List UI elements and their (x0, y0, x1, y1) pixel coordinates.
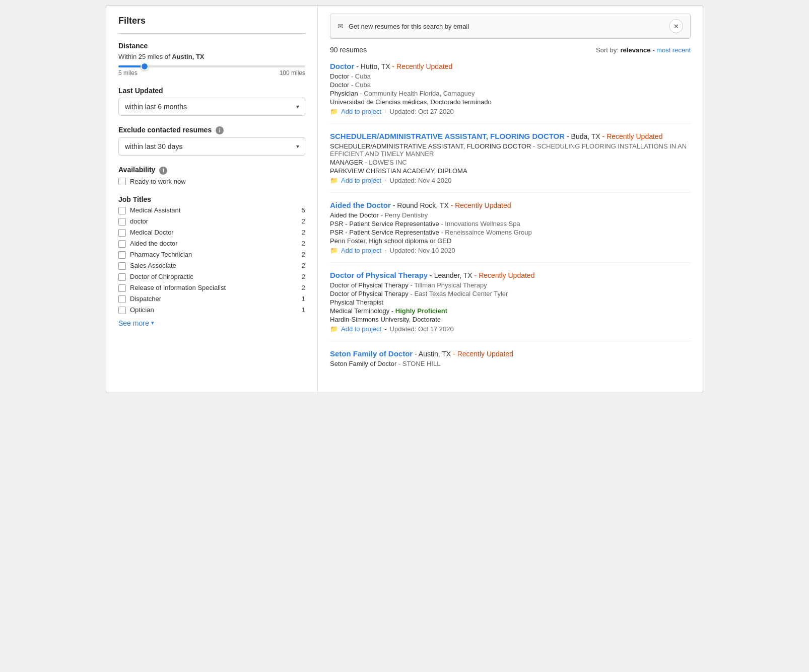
sort-most-recent-link[interactable]: most recent (656, 46, 691, 54)
folder-icon: 📁 (330, 247, 338, 254)
add-to-project-link[interactable]: Add to project (341, 247, 381, 254)
job-title-row: Dispatcher1 (118, 295, 305, 303)
resume-detail-company: - LOWE'S INC (365, 159, 407, 166)
add-to-project-line: 📁Add to project - Updated: Oct 27 2020 (330, 108, 691, 115)
results-count: 90 resumes (330, 46, 367, 54)
resume-detail: Physician - Community Health Florida, Ca… (330, 90, 691, 97)
see-more-chevron-icon: ▾ (151, 320, 154, 326)
job-title-count: 5 (297, 206, 305, 214)
resume-detail: Doctor - Cuba (330, 81, 691, 89)
resume-detail: Universidad de Ciencias médicas, Doctora… (330, 98, 691, 106)
resume-title-line: Aided the Doctor - Round Rock, TX - Rece… (330, 201, 691, 209)
resume-title-link[interactable]: Aided the Doctor (330, 201, 391, 209)
resume-detail-company: - Innovations Wellness Spa (441, 220, 520, 228)
sidebar: Filters Distance Within 25 miles of Aust… (106, 6, 318, 393)
resume-detail-company: - Cuba (351, 81, 371, 89)
add-to-project-link[interactable]: Add to project (341, 108, 381, 115)
resume-title-link[interactable]: SCHEDULER/ADMINISTRATIVE ASSISTANT, FLOO… (330, 132, 565, 140)
job-title-name: Doctor of Chiropractic (130, 273, 293, 280)
see-more-text: See more (118, 319, 149, 327)
add-to-project-link[interactable]: Add to project (341, 325, 381, 333)
resume-title-link[interactable]: Doctor of Physical Therapy (330, 271, 428, 279)
resume-title-line: Doctor of Physical Therapy - Leander, TX… (330, 271, 691, 279)
sort-label: Sort by: (596, 46, 619, 54)
availability-checkbox[interactable] (118, 178, 126, 185)
folder-icon: 📁 (330, 108, 338, 115)
add-to-project-separator: - (384, 177, 386, 184)
resume-location: - Buda, TX (565, 132, 600, 140)
slider-max-label: 100 miles (280, 69, 305, 77)
resume-detail: PARKVIEW CHRISTIAN ACADEMY, DIPLOMA (330, 167, 691, 175)
resume-detail-company: - STONE HILL (398, 360, 441, 367)
job-title-checkbox[interactable] (118, 307, 126, 314)
recently-updated-badge: - Recently Updated (390, 62, 453, 70)
job-titles-list: Medical Assistant5doctor2Medical Doctor2… (118, 206, 305, 314)
sort-bar: Sort by: relevance - most recent (596, 46, 691, 54)
resume-card: Seton Family of Doctor - Austin, TX - Re… (330, 349, 691, 377)
resume-detail-company: - East Texas Medical Center Tyler (410, 290, 508, 297)
job-title-checkbox[interactable] (118, 218, 126, 226)
add-to-project-line: 📁Add to project - Updated: Nov 10 2020 (330, 247, 691, 254)
sidebar-title: Filters (118, 16, 305, 26)
job-title-name: Dispatcher (130, 295, 293, 303)
exclude-contacted-label: Exclude contacted resumes i (118, 126, 305, 134)
see-more-link[interactable]: See more ▾ (118, 319, 154, 327)
add-to-project-separator: - (384, 325, 386, 333)
job-title-row: Doctor of Chiropractic2 (118, 273, 305, 281)
availability-info-icon[interactable]: i (159, 167, 167, 175)
resume-card: Aided the Doctor - Round Rock, TX - Rece… (330, 201, 691, 263)
exclude-contacted-info-icon[interactable]: i (216, 126, 224, 134)
job-title-checkbox[interactable] (118, 295, 126, 303)
resume-title-line: Seton Family of Doctor - Austin, TX - Re… (330, 349, 691, 358)
job-title-count: 2 (297, 273, 305, 280)
job-title-count: 2 (297, 262, 305, 269)
job-title-checkbox[interactable] (118, 229, 126, 237)
resume-title-link[interactable]: Doctor (330, 62, 354, 70)
job-title-count: 2 (297, 229, 305, 236)
distance-slider[interactable] (118, 65, 305, 67)
job-title-checkbox[interactable] (118, 240, 126, 248)
resume-detail-company: - Community Health Florida, Camaguey (360, 90, 475, 97)
availability-checkbox-label: Ready to work now (130, 178, 186, 185)
job-title-name: Aided the doctor (130, 240, 293, 247)
job-title-row: doctor2 (118, 217, 305, 226)
last-updated-select[interactable]: within last 7 days within last 30 days w… (118, 98, 305, 116)
resume-detail-company: - Cuba (351, 72, 371, 80)
resume-title-link[interactable]: Seton Family of Doctor (330, 349, 413, 358)
resume-detail: Doctor of Physical Therapy - Tillman Phy… (330, 281, 691, 289)
sort-active: relevance (621, 46, 651, 54)
job-title-checkbox[interactable] (118, 273, 126, 281)
add-to-project-link[interactable]: Add to project (341, 177, 381, 184)
job-title-row: Pharmacy Technician2 (118, 251, 305, 259)
job-title-name: Release of Information Specialist (130, 284, 293, 291)
resume-card: SCHEDULER/ADMINISTRATIVE ASSISTANT, FLOO… (330, 132, 691, 193)
job-titles-label: Job Titles (118, 195, 305, 203)
job-title-row: Medical Doctor2 (118, 229, 305, 237)
job-title-checkbox[interactable] (118, 251, 126, 259)
results-bar: 90 resumes Sort by: relevance - most rec… (330, 46, 691, 54)
exclude-contacted-select[interactable]: within last 7 days within last 30 days w… (118, 137, 305, 156)
resume-detail-highlight: Highly Proficient (395, 307, 447, 315)
job-title-row: Release of Information Specialist2 (118, 284, 305, 292)
recently-updated-badge: - Recently Updated (451, 350, 513, 358)
email-bar-close-button[interactable]: ✕ (669, 19, 683, 33)
job-title-checkbox[interactable] (118, 207, 126, 214)
job-title-count: 2 (297, 217, 305, 225)
add-to-project-separator: - (384, 247, 386, 254)
resume-card: Doctor - Hutto, TX - Recently UpdatedDoc… (330, 62, 691, 124)
job-title-name: Optician (130, 306, 293, 314)
job-title-checkbox[interactable] (118, 284, 126, 292)
last-updated-dropdown-wrapper: within last 7 days within last 30 days w… (118, 98, 305, 116)
add-to-project-line: 📁Add to project - Updated: Oct 17 2020 (330, 325, 691, 333)
availability-row: Ready to work now (118, 178, 305, 185)
resume-location: - Round Rock, TX (391, 201, 449, 209)
slider-thumb[interactable] (141, 62, 149, 70)
job-title-checkbox[interactable] (118, 262, 126, 270)
email-bar-text: Get new resumes for this search by email (349, 23, 469, 30)
resume-detail: PSR - Patient Service Representative - R… (330, 229, 691, 236)
job-title-name: Pharmacy Technician (130, 251, 293, 258)
recently-updated-badge: - Recently Updated (600, 132, 663, 140)
job-title-name: doctor (130, 217, 293, 225)
job-title-row: Optician1 (118, 306, 305, 314)
exclude-contacted-dropdown-wrapper: within last 7 days within last 30 days w… (118, 137, 305, 156)
